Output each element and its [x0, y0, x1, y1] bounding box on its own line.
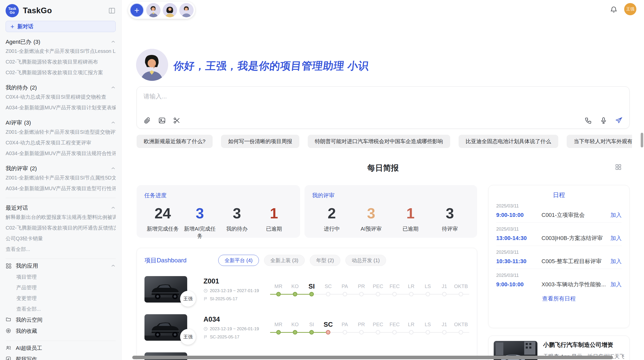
- milestone-dot[interactable]: [459, 292, 463, 296]
- scissors-icon[interactable]: [173, 117, 181, 124]
- suggestion-chip[interactable]: 如何写一份清晰的项目周报: [221, 135, 299, 148]
- new-chat-button[interactable]: + 新对话: [6, 21, 116, 32]
- sidebar-item-cloud-space[interactable]: 我的云空间: [6, 314, 116, 325]
- recent-chat-item[interactable]: 解释最新出台的欧盟报废车法规再生塑料比例被调至15%...: [6, 212, 116, 222]
- sidebar-section-header[interactable]: AI评审(3): [6, 119, 116, 127]
- milestone[interactable]: SI: [303, 320, 320, 335]
- sidebar-task-item[interactable]: A034-全新新能源MUV产品开发项目造型可行性评审: [6, 183, 116, 194]
- sidebar-item-my-apps[interactable]: 我的应用: [6, 260, 116, 272]
- milestone-dot[interactable]: [293, 292, 297, 296]
- project-owner-badge[interactable]: 王强: [180, 291, 196, 307]
- milestone[interactable]: LS: [419, 281, 436, 297]
- milestone-dot[interactable]: [326, 330, 330, 335]
- milestone[interactable]: LS: [419, 320, 436, 335]
- mic-icon[interactable]: [600, 117, 607, 124]
- milestone[interactable]: PEC: [370, 281, 386, 297]
- app-item[interactable]: 变更管理: [6, 293, 116, 304]
- sidebar-item-ai-super-staff[interactable]: AI超级员工: [6, 342, 116, 354]
- milestone[interactable]: PR: [353, 281, 370, 297]
- milestone[interactable]: PA: [336, 320, 353, 335]
- sidebar-task-item[interactable]: Z001-全新燃油轻卡产品开发项目SI节点属性5D文件评审: [6, 172, 116, 183]
- project-owner-badge[interactable]: 王强: [180, 329, 196, 345]
- sidebar-task-item[interactable]: Z001-全新燃油皮卡产品开发项目SI节点Lesson Learn报告: [6, 46, 116, 56]
- horizontal-scrollbar[interactable]: [132, 356, 613, 359]
- app-item[interactable]: 项目管理: [6, 272, 116, 282]
- image-icon[interactable]: [158, 117, 166, 124]
- milestone[interactable]: SC: [320, 320, 336, 335]
- send-icon[interactable]: [615, 117, 623, 124]
- dashboard-tab[interactable]: 全新平台 (4): [218, 255, 259, 266]
- attachment-icon[interactable]: [143, 117, 151, 124]
- milestone-dot[interactable]: [376, 330, 380, 335]
- milestone-dot[interactable]: [276, 292, 281, 296]
- milestone-dot[interactable]: [376, 292, 380, 296]
- grid-icon[interactable]: [615, 164, 622, 170]
- dashboard-tab[interactable]: 年型 (2): [310, 255, 340, 266]
- join-button[interactable]: 加入: [610, 234, 622, 242]
- message-input[interactable]: [143, 92, 449, 110]
- milestone[interactable]: KO: [287, 320, 303, 335]
- milestone[interactable]: KO: [287, 281, 303, 297]
- milestone-dot[interactable]: [392, 330, 397, 335]
- sidebar-task-item[interactable]: Z001-全新燃油轻卡产品开发项目SI造型提交物评审: [6, 127, 116, 137]
- join-button[interactable]: 加入: [610, 258, 622, 265]
- join-button[interactable]: 加入: [610, 211, 622, 219]
- sidebar-task-item[interactable]: A034-全新新能源MUV产品开发项目法规符合性评审: [6, 148, 116, 159]
- suggestion-chip[interactable]: 特朗普可能对进口汽车增税会对中国车企造成哪些影响: [308, 135, 450, 148]
- dashboard-tab[interactable]: 动总开发 (1): [345, 255, 386, 266]
- avatar[interactable]: [179, 3, 194, 17]
- notifications-bell-icon[interactable]: [610, 6, 618, 13]
- milestone-dot[interactable]: [293, 330, 297, 335]
- avatar[interactable]: [163, 3, 177, 17]
- milestone-dot[interactable]: [309, 292, 314, 296]
- sidebar-section-header[interactable]: 我的待办(2): [6, 84, 116, 92]
- sidebar-task-item[interactable]: C0X4-动力总成开发项目SI里程碑提交物检查: [6, 92, 116, 102]
- milestone[interactable]: OKTB: [453, 281, 469, 297]
- join-button[interactable]: 加入: [610, 281, 622, 288]
- sidebar-task-item[interactable]: A034-全新新能源MUV产品开发项目计划变更表编写: [6, 102, 116, 113]
- recent-chat-item[interactable]: 公司Q3轻卡销量: [6, 233, 116, 244]
- milestone-dot[interactable]: [442, 292, 447, 296]
- milestone[interactable]: PA: [336, 281, 353, 297]
- milestone[interactable]: FEC: [386, 320, 403, 335]
- milestone-dot[interactable]: [459, 330, 463, 335]
- milestone[interactable]: PR: [353, 320, 370, 335]
- milestone[interactable]: MR: [270, 320, 287, 335]
- milestone-dot[interactable]: [343, 292, 347, 296]
- milestone[interactable]: PEC: [370, 320, 386, 335]
- milestone[interactable]: LR: [403, 281, 419, 297]
- app-item[interactable]: 产品管理: [6, 282, 116, 293]
- add-session-button[interactable]: +: [130, 3, 144, 17]
- milestone[interactable]: J1: [436, 320, 453, 335]
- milestone-dot[interactable]: [276, 330, 281, 335]
- suggestion-chip[interactable]: 比亚迪全固态电池计划具体说了什么: [459, 135, 558, 148]
- recent-chats-header[interactable]: 最近对话: [6, 204, 116, 212]
- sidebar-section-header[interactable]: Agent已办(3): [6, 38, 116, 46]
- user-avatar[interactable]: 王强: [624, 3, 636, 15]
- suggestion-chip[interactable]: 当下年轻人对汽车外观有怎样的喜好趋势: [567, 135, 632, 148]
- sidebar-task-item[interactable]: C02-飞腾新能源轻客改款项目立项汇报方案: [6, 67, 116, 78]
- milestone-dot[interactable]: [409, 292, 414, 296]
- milestone[interactable]: SC: [320, 281, 336, 297]
- milestone-dot[interactable]: [409, 330, 414, 335]
- milestone-dot[interactable]: [343, 330, 347, 335]
- milestone-dot[interactable]: [392, 292, 397, 296]
- milestone-dot[interactable]: [426, 330, 430, 335]
- sidebar-item-write-helper[interactable]: 帮我写作: [6, 354, 116, 360]
- milestone-dot[interactable]: [309, 330, 314, 335]
- milestone[interactable]: J1: [436, 281, 453, 297]
- dashboard-tab[interactable]: 全新上装 (3): [264, 255, 305, 266]
- schedule-view-all[interactable]: 查看所有日程: [489, 295, 629, 303]
- collapse-sidebar-icon[interactable]: [108, 7, 116, 14]
- sidebar-task-item[interactable]: C0X4-动力总成开发项目工程变更评审: [6, 137, 116, 148]
- milestone[interactable]: LR: [403, 320, 419, 335]
- phone-icon[interactable]: [584, 117, 592, 124]
- milestone-dot[interactable]: [326, 292, 330, 296]
- milestone[interactable]: OKTB: [453, 320, 469, 335]
- avatar[interactable]: [146, 3, 160, 17]
- vertical-scrollbar[interactable]: [641, 133, 643, 147]
- milestone[interactable]: SI: [303, 281, 320, 297]
- milestone[interactable]: MR: [270, 281, 287, 297]
- milestone-dot[interactable]: [442, 330, 447, 335]
- apps-view-all[interactable]: 查看全部...: [6, 304, 116, 314]
